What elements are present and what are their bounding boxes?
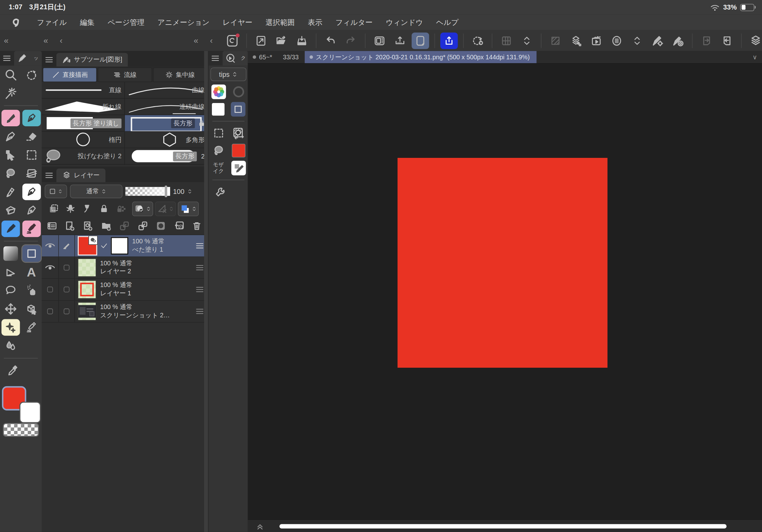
collapse-toolstrip-button[interactable]: «: [4, 36, 8, 45]
edit-target-pencil-icon[interactable]: [62, 241, 71, 250]
layer-thumbnail[interactable]: [78, 236, 97, 255]
decoration-tool[interactable]: [22, 220, 40, 237]
polyline-tool[interactable]: [1, 264, 20, 280]
layer-thumbnail[interactable]: [78, 258, 96, 277]
subtool-lasso-fill-2[interactable]: 投げなわ塗り 2: [42, 148, 125, 165]
brush-accuracy-button[interactable]: [669, 32, 687, 49]
background-color-swatch[interactable]: [20, 402, 41, 423]
next-page-button[interactable]: [698, 32, 716, 49]
pen-settings-button[interactable]: [649, 32, 666, 49]
calligraphy-pen-tool[interactable]: [22, 184, 40, 200]
toolbar-scroll-1[interactable]: [518, 32, 535, 49]
layer-row-screenshot[interactable]: 100 % 通常 スクリーンショット 2020-03-21 0.16.: [42, 301, 208, 323]
red-color-item[interactable]: [232, 144, 245, 158]
back-subtool-button[interactable]: ‹: [60, 36, 62, 45]
previous-page-button[interactable]: [718, 32, 736, 49]
lasso-item[interactable]: [211, 143, 226, 158]
save-button[interactable]: [293, 32, 311, 49]
quick-access-tab[interactable]: ク: [223, 51, 249, 66]
material-button[interactable]: [567, 32, 584, 49]
move-layer-tool[interactable]: [1, 301, 20, 317]
subtool-rectangle[interactable]: 長方形: [125, 115, 208, 132]
new-folder-icon[interactable]: [100, 220, 112, 232]
airbrush-tool[interactable]: [22, 282, 40, 299]
fill-lasso-tool[interactable]: [1, 165, 20, 182]
swap-selection-item[interactable]: [231, 126, 246, 140]
collapse-subtool-button[interactable]: «: [43, 36, 48, 45]
grid-view-button[interactable]: [497, 32, 515, 49]
expand-panel-up-icon[interactable]: [256, 522, 264, 530]
enable-mask-button[interactable]: [132, 202, 153, 216]
new-vector-layer-icon[interactable]: [82, 220, 94, 232]
layer-thumbnail-size-dropdown[interactable]: [45, 185, 67, 198]
subtool-straight-line[interactable]: 直線: [42, 82, 125, 99]
visibility-eye-icon[interactable]: [45, 242, 55, 249]
white-color-item[interactable]: [211, 103, 224, 116]
rotate-view-tool[interactable]: [22, 67, 40, 83]
eyedropper-tool[interactable]: [4, 362, 22, 379]
operate-3d-tool[interactable]: [22, 301, 40, 317]
layer-thumbnail[interactable]: [78, 302, 96, 320]
app-home-button[interactable]: [223, 32, 241, 49]
menu-window[interactable]: ウィンドウ: [386, 18, 423, 27]
import-button[interactable]: [391, 32, 409, 49]
gradient-tool[interactable]: [1, 245, 20, 262]
ruler-range-button[interactable]: [155, 202, 176, 216]
transfer-to-layer-icon[interactable]: [119, 220, 130, 232]
tab-stream-lines[interactable]: 流線: [98, 68, 152, 82]
touch-gesture-button[interactable]: [469, 32, 486, 49]
select-area-tool[interactable]: [22, 147, 40, 163]
settings-item[interactable]: [213, 185, 228, 199]
tool-palette-tab[interactable]: ッ: [14, 51, 42, 66]
animation-button[interactable]: [587, 32, 605, 49]
visibility-checkbox-icon[interactable]: [46, 286, 54, 294]
frame-button[interactable]: [608, 32, 625, 49]
clip-studio-logo-icon[interactable]: [10, 16, 22, 29]
tab-direct-draw[interactable]: 直接描画: [43, 68, 97, 82]
opacity-stepper-icon[interactable]: [187, 187, 193, 195]
decoration2-tool[interactable]: [22, 319, 40, 336]
menu-help[interactable]: ヘルプ: [436, 18, 459, 27]
effect-tool[interactable]: [1, 319, 20, 336]
new-canvas-button[interactable]: [252, 32, 269, 49]
menu-selection[interactable]: 選択範囲: [266, 18, 294, 27]
canvas-document[interactable]: [398, 158, 608, 368]
horizontal-scrollbar[interactable]: [279, 524, 726, 528]
open-file-button[interactable]: [272, 32, 290, 49]
workspace-button[interactable]: [371, 32, 388, 49]
share-button[interactable]: [440, 32, 458, 49]
subtool-rectangle-2[interactable]: 長方形 2: [125, 148, 208, 165]
canvas-area[interactable]: [248, 64, 762, 519]
mask-link-check-icon[interactable]: [100, 242, 108, 249]
menu-edit[interactable]: 編集: [80, 18, 95, 27]
merge-to-new-layer-icon[interactable]: [173, 220, 185, 232]
layer-mask-thumbnail[interactable]: [111, 237, 128, 254]
edit-target-checkbox-icon[interactable]: [62, 286, 70, 294]
auto-select-tool[interactable]: [1, 85, 20, 102]
empty-color-item[interactable]: [231, 85, 246, 99]
subtool-menu-icon[interactable]: [45, 56, 53, 63]
object-tool[interactable]: [1, 147, 20, 163]
new-layer-icon[interactable]: [64, 220, 76, 232]
palette-menu-icon[interactable]: [3, 55, 11, 62]
blend-mode-dropdown[interactable]: 通常: [70, 185, 122, 198]
layer-palette-options-icon[interactable]: [46, 220, 57, 231]
rectangle-tool-item[interactable]: [231, 102, 245, 117]
brush-tool[interactable]: [1, 184, 20, 200]
layer-row-layer-1[interactable]: 100 % 通常 レイヤー 1: [42, 279, 208, 301]
menu-filter[interactable]: フィルター: [336, 18, 372, 27]
layer-thumbnail[interactable]: [78, 280, 96, 299]
light-table-icon[interactable]: [65, 204, 76, 214]
visibility-checkbox-icon[interactable]: [46, 307, 54, 315]
subtool-rectangle-fill[interactable]: 長方形 塗り潰し: [42, 115, 125, 132]
lock-layer-icon[interactable]: [99, 204, 109, 214]
layer-drag-handle-icon[interactable]: [195, 242, 204, 249]
outline-pen-tool[interactable]: [22, 202, 40, 219]
merge-down-icon[interactable]: [137, 220, 149, 232]
menu-layer[interactable]: レイヤー: [223, 18, 253, 27]
layer-drag-handle-icon[interactable]: [195, 308, 204, 315]
subtool-continuous-curve[interactable]: 連続曲線: [125, 99, 208, 115]
layer-color-button[interactable]: [178, 202, 198, 216]
balloon-tool[interactable]: [1, 282, 20, 299]
tab-saturated-lines[interactable]: 集中線: [153, 68, 207, 82]
